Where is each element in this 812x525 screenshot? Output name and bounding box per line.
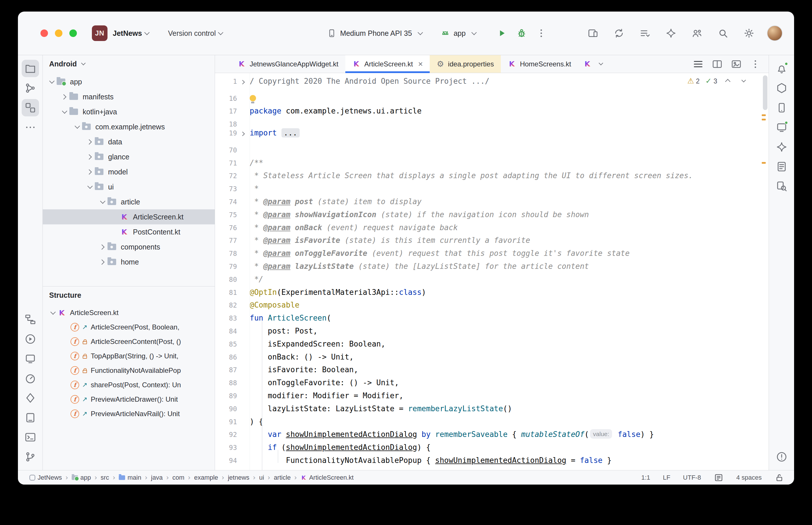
vcs-graph-icon[interactable] [22, 79, 39, 97]
structure-root-articlescreen-kt[interactable]: KArticleScreen.kt [43, 305, 215, 320]
chevron-down-icon[interactable] [98, 197, 107, 206]
minimize-window-button[interactable] [55, 29, 62, 37]
tab-homescreens-kt[interactable]: KHomeScreens.kt [501, 55, 578, 73]
chevron-right-icon[interactable] [85, 152, 95, 161]
zoom-window-button[interactable] [69, 29, 77, 37]
code-line-19[interactable]: 19import ... [215, 126, 761, 139]
project-name-menu[interactable]: JetNews [113, 29, 142, 38]
profiler-icon[interactable] [22, 370, 39, 387]
file-encoding[interactable]: UTF-8 [683, 474, 701, 481]
caret-position[interactable]: 1:1 [641, 474, 650, 481]
tree-item-article[interactable]: article [43, 194, 215, 209]
device-selector[interactable]: Medium Phone API 35 [327, 28, 425, 38]
gradle-icon[interactable] [773, 79, 790, 97]
breadcrumb-item-jetnews[interactable]: JetNews [29, 474, 62, 481]
breadcrumb-item-java[interactable]: java [151, 474, 163, 481]
device-explorer-icon[interactable] [773, 158, 790, 175]
tree-item-com-example-jetnews[interactable]: com.example.jetnews [43, 119, 215, 134]
breadcrumb-item-articlescreen-kt[interactable]: KArticleScreen.kt [300, 474, 354, 481]
find-in-files-icon[interactable] [773, 178, 790, 195]
intention-bulb-icon[interactable] [250, 95, 256, 101]
structure-item-topappbar[interactable]: fTopAppBar(String, () -> Unit, [43, 349, 215, 363]
chevron-right-icon[interactable] [85, 137, 95, 146]
structure-item-functionalitynotavailablepop[interactable]: fFunctionalityNotAvailablePop [43, 363, 215, 378]
ai-assistant-button[interactable] [663, 25, 679, 41]
code-line-17[interactable]: 17package com.example.jetnews.ui.article [215, 101, 761, 114]
running-devices-icon[interactable] [22, 350, 39, 367]
tree-item-ui[interactable]: ui [43, 179, 215, 194]
reader-mode-icon[interactable] [714, 473, 724, 482]
structure-item-sharepost[interactable]: f↗sharePost(Post, Context): Un [43, 378, 215, 392]
fold-marker-icon[interactable] [238, 78, 248, 87]
tree-item-app[interactable]: app [43, 74, 215, 89]
indent-size[interactable]: 4 spaces [736, 474, 762, 481]
line-separator[interactable]: LF [663, 474, 670, 481]
chevron-down-icon[interactable] [72, 122, 82, 131]
tree-item-model[interactable]: model [43, 164, 215, 179]
tree-item-kotlin-java[interactable]: kotlin+java [43, 104, 215, 119]
tree-item-glance[interactable]: glance [43, 149, 215, 164]
run-button[interactable] [494, 25, 510, 41]
breadcrumb-item-example[interactable]: example [194, 474, 218, 481]
inspection-widget[interactable]: ⚠ 2 ✓ 3 [684, 75, 751, 86]
close-tab-icon[interactable]: × [418, 59, 423, 69]
version-control-icon[interactable] [22, 448, 39, 466]
structure-icon[interactable] [22, 99, 39, 116]
more-tools-icon[interactable] [22, 119, 39, 136]
breadcrumb-item-jetnews[interactable]: jetnews [228, 474, 249, 481]
tree-item-data[interactable]: data [43, 134, 215, 149]
code-with-me-button[interactable] [689, 25, 705, 41]
notifications-icon[interactable] [773, 60, 790, 77]
tab-articlescreen-kt[interactable]: KArticleScreen.kt× [345, 55, 430, 73]
terminal-icon[interactable] [22, 429, 39, 446]
app-insights-icon[interactable] [22, 389, 39, 407]
problems-icon[interactable] [773, 448, 790, 466]
tree-item-manifests[interactable]: manifests [43, 89, 215, 104]
tab-jetnewsglanceappwidget-kt[interactable]: KJetnewsGlanceAppWidget.kt [231, 55, 345, 73]
more-actions-button[interactable] [533, 25, 549, 41]
project-view-selector[interactable]: Android [43, 55, 215, 73]
device-streaming-button[interactable] [585, 25, 601, 41]
debug-button[interactable] [514, 25, 530, 41]
breadcrumb-item-src[interactable]: src [101, 474, 109, 481]
tree-item-home[interactable]: home [43, 254, 215, 269]
chevron-right-icon[interactable] [98, 243, 107, 251]
next-issue-button[interactable] [739, 76, 749, 85]
structure-item-previewarticledrawer[interactable]: f↗PreviewArticleDrawer(): Unit [43, 392, 215, 407]
device-manager-icon[interactable] [773, 99, 790, 116]
structure-item-articlescreen[interactable]: f↗ArticleScreen(Post, Boolean, [43, 320, 215, 334]
gradle-sync-button[interactable] [611, 25, 627, 41]
settings-button[interactable] [741, 25, 757, 41]
build-menu-button[interactable] [637, 25, 653, 41]
tab-idea-properties[interactable]: ⚙idea.properties [430, 55, 501, 73]
gemini-icon[interactable] [773, 138, 790, 156]
structure-item-articlescreencontent[interactable]: fArticleScreenContent(Post, () [43, 334, 215, 349]
search-everywhere-button[interactable] [715, 25, 731, 41]
hidden-tabs-dropdown[interactable]: K [578, 55, 611, 73]
tree-item-articlescreen-kt[interactable]: KArticleScreen.kt [43, 209, 215, 224]
code-line-16[interactable]: 16 [215, 88, 761, 101]
chevron-down-icon[interactable] [216, 29, 226, 38]
project-folder-icon[interactable] [22, 60, 39, 77]
split-editor-icon[interactable] [711, 58, 723, 70]
chevron-down-icon[interactable] [47, 77, 57, 86]
breadcrumb-item-com[interactable]: com [173, 474, 184, 481]
code-line-71[interactable]: 71/** [215, 152, 761, 165]
open-files-list-icon[interactable] [692, 58, 704, 70]
breadcrumb-item-main[interactable]: main [119, 474, 141, 481]
code-line-72[interactable]: 72 * Stateless Article Screen that displ… [215, 165, 761, 178]
running-devices-icon[interactable] [773, 119, 790, 136]
chevron-down-icon[interactable] [142, 29, 152, 38]
prev-issue-button[interactable] [723, 76, 733, 85]
error-stripe[interactable] [761, 73, 769, 470]
run-configuration-selector[interactable]: app [440, 28, 479, 38]
vcs-menu[interactable]: Version control [168, 29, 216, 38]
code-line-92[interactable]: 92 var showUnimplementedActionDialog by … [215, 424, 761, 437]
scrollbar-thumb[interactable] [763, 75, 768, 110]
code-line-1[interactable]: 1/ Copyright 2020 The Android Open Sourc… [215, 75, 761, 88]
code-line-70[interactable]: 70 [215, 139, 761, 152]
tree-item-postcontent-kt[interactable]: KPostContent.kt [43, 224, 215, 239]
breadcrumb-item-app[interactable]: app [72, 474, 91, 481]
chevron-down-icon[interactable] [60, 107, 69, 116]
chevron-down-icon[interactable] [85, 182, 95, 191]
